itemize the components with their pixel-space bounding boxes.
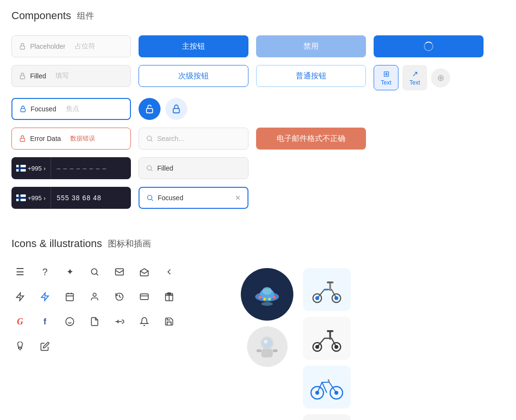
search-filled[interactable]: Filled [139, 157, 248, 179]
phone-filled-input[interactable]: +995 › 555 38 68 48 [11, 187, 131, 209]
bell-icon[interactable] [136, 313, 153, 330]
search-focused-text: Focused [158, 194, 183, 202]
help-icon[interactable]: ? [36, 263, 54, 280]
svg-rect-52 [327, 330, 333, 332]
svg-rect-42 [273, 349, 278, 352]
svg-rect-41 [257, 349, 261, 352]
tab-circle-button[interactable]: ⊕ [431, 68, 450, 87]
icon-btn-light[interactable] [165, 98, 187, 120]
empty-cell-6 [256, 187, 366, 209]
svg-point-34 [268, 298, 271, 301]
loading-button[interactable] [374, 35, 484, 57]
lock-icon-light [171, 104, 182, 114]
scooter-dark-svg [310, 324, 344, 353]
lock-icon-focused [19, 105, 27, 113]
empty-cell-1 [256, 98, 366, 120]
phone-placeholder-input[interactable]: +995 › – – – – – – – – [11, 157, 131, 179]
secondary-button[interactable]: 次级按钮 [139, 65, 248, 87]
flashlight-icon[interactable] [11, 338, 29, 355]
facebook-icon[interactable]: f [36, 313, 54, 330]
svg-point-38 [262, 338, 272, 348]
svg-rect-28 [19, 347, 22, 349]
svg-rect-3 [147, 108, 153, 113]
svg-point-47 [315, 296, 319, 300]
target-icon: ⊕ [437, 73, 444, 83]
search-placeholder-text: Search... [157, 135, 184, 142]
user-icon[interactable] [86, 288, 103, 305]
google-icon[interactable]: G [11, 313, 29, 330]
search-placeholder[interactable]: Search... [139, 128, 248, 150]
astronaut-svg [253, 333, 281, 361]
history-icon[interactable] [111, 288, 128, 305]
chevron-left-icon[interactable] [161, 263, 178, 280]
phone-flag[interactable]: +995 › [11, 157, 51, 179]
search-clear-button[interactable]: ✕ [235, 194, 241, 202]
svg-point-32 [258, 296, 261, 299]
share-icon[interactable] [111, 313, 128, 330]
svg-rect-8 [16, 167, 26, 169]
file-icon[interactable] [86, 313, 103, 330]
astronaut-illustration [247, 326, 288, 367]
svg-point-23 [66, 318, 74, 326]
finland-flag-icon [16, 165, 26, 172]
lock-open-icon [144, 104, 155, 114]
product-illustrations: € [303, 268, 351, 420]
icon-btn-blue[interactable] [139, 98, 161, 120]
svg-marker-18 [42, 293, 49, 301]
svg-rect-9 [19, 165, 21, 172]
face-icon[interactable] [61, 313, 78, 330]
error-button: 电子邮件格式不正确 [256, 128, 366, 150]
svg-point-14 [148, 195, 152, 200]
svg-point-35 [273, 296, 276, 299]
svg-rect-0 [20, 46, 24, 49]
svg-point-6 [147, 136, 151, 140]
svg-rect-12 [16, 197, 26, 199]
tab-button-1[interactable]: ⊞ Text [374, 65, 398, 90]
ufo-svg [248, 275, 286, 313]
phone-flag-2[interactable]: +995 › [11, 187, 51, 209]
icon-circle-buttons [139, 98, 248, 120]
finland-flag-icon-2 [16, 194, 26, 201]
primary-button[interactable]: 主按钮 [139, 35, 248, 57]
card-icon[interactable] [136, 288, 153, 305]
menu-icon[interactable]: ☰ [11, 263, 29, 280]
spinner-icon [424, 42, 433, 51]
svg-point-33 [263, 298, 266, 301]
phone-code: +995 [28, 165, 42, 172]
mail-open-icon[interactable] [136, 263, 153, 280]
placeholder-input[interactable]: Placeholder 占位符 [11, 35, 131, 57]
bicycle-colored-card [303, 366, 351, 409]
empty-cell-7 [374, 187, 484, 209]
gift-icon[interactable] [161, 288, 178, 305]
lock-icon-error [19, 135, 26, 142]
save-icon[interactable] [161, 313, 178, 330]
calendar-icon[interactable] [61, 288, 78, 305]
search-focused[interactable]: Focused ✕ [139, 187, 248, 209]
components-title-zh: 组件 [77, 10, 94, 22]
svg-rect-2 [21, 108, 25, 112]
icons-row-3: G f [11, 313, 241, 330]
search-icon [146, 135, 153, 142]
svg-point-31 [262, 287, 272, 295]
magic-icon[interactable]: ✦ [61, 263, 78, 280]
error-input[interactable]: Error Data 数据错误 [11, 128, 131, 150]
bolt-colored-icon[interactable] [36, 288, 54, 305]
search-icon-focused [146, 194, 154, 202]
pencil-icon[interactable] [36, 338, 54, 355]
icons-title-zh: 图标和插画 [108, 238, 151, 249]
box-dark-card [303, 414, 351, 420]
phone-placeholder-number: – – – – – – – – [51, 164, 113, 172]
tertiary-button[interactable]: 普通按钮 [256, 65, 366, 87]
phone-filled-number: 555 38 68 48 [51, 194, 108, 202]
tab-button-2[interactable]: ↗ Text [402, 65, 427, 90]
mail-icon[interactable] [111, 263, 128, 280]
bicycle-colored-svg [310, 373, 344, 401]
svg-rect-51 [329, 331, 331, 340]
svg-rect-46 [327, 281, 333, 283]
bolt-icon[interactable] [11, 288, 29, 305]
search-icon-2[interactable] [86, 263, 103, 280]
focused-label-zh: 焦点 [66, 105, 79, 113]
focused-input[interactable]: Focused 焦点 [11, 98, 131, 120]
icons-row-4 [11, 338, 241, 355]
filled-input[interactable]: Filled 填写 [11, 65, 131, 87]
